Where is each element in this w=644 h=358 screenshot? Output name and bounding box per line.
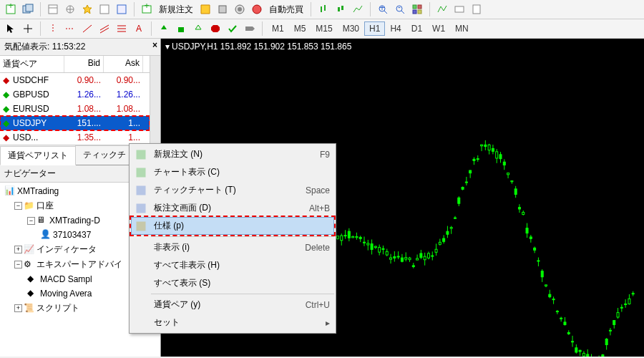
trendline-icon[interactable] (79, 21, 95, 37)
price-label-icon[interactable] (242, 21, 258, 37)
strategy-tester-icon[interactable] (114, 1, 130, 17)
svg-rect-228 (511, 181, 513, 182)
tile-windows-icon[interactable] (409, 1, 425, 17)
close-icon[interactable]: × (152, 40, 157, 50)
svg-rect-198 (454, 218, 457, 218)
symbol-name: USDJPY (10, 116, 64, 130)
svg-rect-33 (455, 6, 464, 12)
expand-icon[interactable]: + (14, 304, 22, 312)
menu-i[interactable]: 非表示 (i)Delete (131, 238, 334, 256)
blank-icon (135, 317, 150, 329)
symbol-row-usdjpy[interactable]: ◆USDJPY151....1... (0, 116, 150, 130)
line-chart-icon[interactable] (350, 1, 366, 17)
tab-symbol-list[interactable]: 通貨ペアリスト (0, 146, 76, 165)
col-bid[interactable]: Bid (64, 56, 104, 72)
indicators-icon[interactable] (434, 1, 450, 17)
menu-y[interactable]: 通貨ペア (y)Ctrl+U (131, 296, 334, 314)
timeframe-w1[interactable]: W1 (427, 21, 450, 36)
timeframe-d1[interactable]: D1 (406, 21, 427, 36)
new-order-icon[interactable]: + (139, 1, 155, 17)
scrollbar[interactable] (150, 56, 160, 145)
symbol-row-gbpusd[interactable]: ◆GBPUSD1.26...1.26... (0, 87, 150, 102)
profiles-icon[interactable] (20, 1, 36, 17)
collapse-icon[interactable]: − (27, 217, 35, 225)
svg-marker-52 (253, 26, 255, 31)
svg-rect-194 (447, 231, 449, 234)
new-order-label[interactable]: 新規注文 (156, 4, 196, 16)
auto-trade-label[interactable]: 自動売買 (266, 4, 306, 16)
bar-chart-icon[interactable] (316, 1, 331, 17)
svg-rect-3 (26, 4, 33, 11)
svg-line-41 (100, 25, 109, 30)
options-icon[interactable] (215, 1, 230, 17)
timeframe-m5[interactable]: M5 (289, 21, 311, 36)
svg-line-24 (384, 11, 387, 14)
navigator-icon[interactable] (62, 1, 78, 17)
periods-icon[interactable] (452, 1, 467, 17)
horizontal-line-icon[interactable] (62, 21, 78, 37)
ask-price: 1.08... (104, 102, 143, 116)
timeframe-m30[interactable]: M30 (338, 21, 364, 36)
collapse-icon[interactable]: − (14, 261, 22, 268)
svg-rect-290 (628, 299, 630, 304)
arrow-up-icon[interactable] (156, 21, 172, 37)
favorites-icon[interactable] (79, 1, 95, 17)
symbol-row-eurusd[interactable]: ◆EURUSD1.08...1.08... (0, 102, 150, 116)
tab-tick-chart[interactable]: ティックチ (75, 145, 134, 165)
menu-t[interactable]: ティックチャート (T)Space (131, 181, 334, 199)
market-watch-icon[interactable] (45, 1, 61, 17)
app-icon: 📊 (4, 185, 16, 197)
svg-rect-292 (632, 294, 634, 294)
svg-rect-150 (364, 242, 366, 243)
menu-n[interactable]: 新規注文 (N)F9 (131, 145, 334, 163)
expand-icon[interactable]: + (14, 246, 22, 253)
main-toolbar-2: A M1M5M15M30H1H4D1W1MN (0, 19, 644, 39)
col-ask[interactable]: Ask (104, 56, 143, 72)
terminal-icon[interactable] (97, 1, 112, 17)
zoom-out-icon[interactable]: - (392, 1, 408, 17)
svg-rect-29 (413, 5, 416, 9)
ask-price: 1... (104, 130, 143, 145)
menu-shortcut: Space (306, 185, 330, 195)
menu-c[interactable]: チャート表示 (C) (131, 163, 334, 181)
templates-icon[interactable] (469, 1, 484, 17)
new-chart-icon[interactable]: + (3, 1, 19, 17)
blank-icon (135, 299, 150, 311)
svg-point-18 (253, 5, 261, 14)
timeframe-mn[interactable]: MN (450, 21, 474, 36)
svg-rect-166 (394, 257, 396, 258)
channel-icon[interactable] (97, 21, 112, 37)
menu-[interactable]: セット▸ (131, 314, 334, 332)
candle-chart-icon[interactable] (333, 1, 348, 17)
cursor-icon[interactable] (3, 21, 19, 37)
symbol-row-usd[interactable]: ◆USD...1.35...1... (0, 130, 150, 145)
thumbs-up-icon[interactable] (173, 21, 189, 37)
svg-rect-15 (219, 6, 226, 13)
symbol-row-usdchf[interactable]: ◆USDCHF0.90...0.90... (0, 73, 150, 87)
signals-icon[interactable] (232, 1, 248, 17)
menu-s[interactable]: すべて表示 (S) (131, 274, 334, 292)
fibonacci-icon[interactable] (114, 21, 130, 37)
svg-rect-226 (507, 173, 509, 175)
arrow-icon[interactable] (190, 21, 206, 37)
timeframe-h1[interactable]: H1 (364, 21, 385, 36)
symbol-name: USD... (10, 130, 64, 145)
collapse-icon[interactable]: − (14, 202, 22, 210)
main-toolbar-1: + + 新規注文 自動売買 + - (0, 0, 644, 19)
auto-trade-icon[interactable] (249, 1, 265, 17)
crosshair-icon[interactable] (20, 21, 36, 37)
menu-d[interactable]: 板注文画面 (D)Alt+B (131, 199, 334, 217)
vertical-line-icon[interactable] (45, 21, 61, 37)
check-icon[interactable] (225, 21, 240, 37)
text-icon[interactable]: A (131, 21, 147, 37)
metaeditor-icon[interactable] (197, 1, 213, 17)
menu-p[interactable]: 仕様 (p) (131, 217, 334, 235)
stop-icon[interactable] (208, 21, 223, 37)
zoom-in-icon[interactable]: + (375, 1, 391, 17)
col-symbol[interactable]: 通貨ペア (0, 56, 64, 72)
menu-h[interactable]: すべて非表示 (H) (131, 256, 334, 274)
direction-up-icon: ◆ (0, 87, 10, 102)
timeframe-m15[interactable]: M15 (311, 21, 337, 36)
timeframe-m1[interactable]: M1 (267, 21, 289, 36)
timeframe-h4[interactable]: H4 (385, 21, 406, 36)
